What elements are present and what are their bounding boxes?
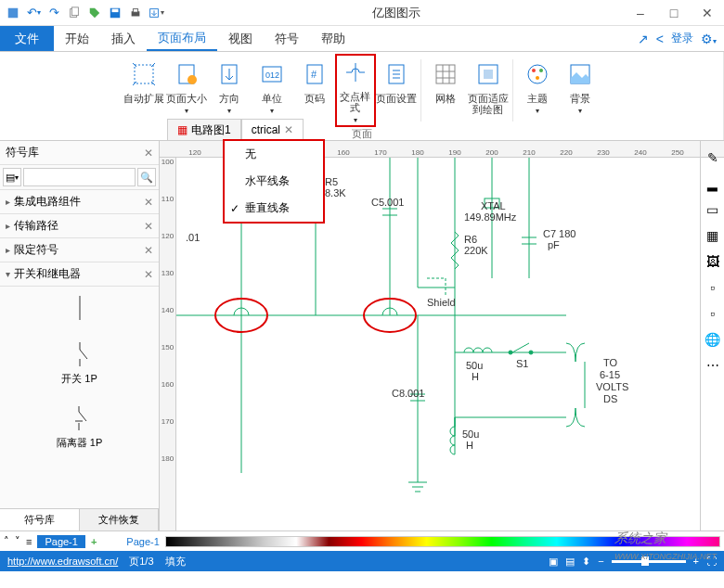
view-mode-1[interactable]: ▣ (549, 556, 558, 568)
dd-horizontal[interactable]: 水平线条 (225, 168, 323, 195)
rt-highlight-icon[interactable]: ▂ (704, 174, 722, 193)
doc-tab-1[interactable]: ▦电路图1 (167, 119, 241, 140)
qat-redo[interactable]: ↷ (45, 4, 63, 22)
svg-text:#: # (311, 69, 317, 80)
symbol-switch-short[interactable] (61, 294, 98, 322)
qat-copy[interactable] (65, 4, 84, 22)
ribbon-tabs: 文件 开始 插入 页面布局 视图 符号 帮助 ↗ < 登录 ⚙▾ (0, 26, 724, 52)
qat-undo[interactable]: ↶▾ (24, 4, 43, 22)
rt-globe-icon[interactable]: 🌐 (704, 330, 722, 349)
share-icon[interactable]: < (656, 32, 664, 46)
sb-btab-recover[interactable]: 文件恢复 (80, 509, 160, 530)
svg-line-31 (79, 412, 86, 421)
symbol-isolator-1p[interactable]: 隔离器 1P (57, 404, 103, 450)
qat-export[interactable]: ▾ (147, 4, 165, 22)
symbol-switch-1p[interactable]: 开关 1P (61, 340, 98, 386)
svg-text:pF: pF (548, 239, 560, 250)
login-link[interactable]: 登录 (671, 31, 693, 46)
rt-brush-icon[interactable]: ✎ (704, 148, 722, 167)
close-tab-icon[interactable]: ✕ (284, 123, 293, 136)
main: 符号库 ✕ ▤▾ 🔍 ▸集成电路组件✕ ▸传输路径✕ ▸限定符号✕ ▾开关和继电… (0, 141, 724, 530)
zoom-out[interactable]: − (598, 556, 603, 567)
svg-text:C7 180: C7 180 (543, 228, 575, 239)
ribbon-theme-button[interactable]: 主题▾ (517, 56, 558, 125)
page-tab-1[interactable]: Page-1 (37, 535, 84, 548)
status-url[interactable]: http://www.edrawsoft.cn/ (7, 556, 118, 567)
ribbon-size-button[interactable]: 页面大小▾ (166, 56, 207, 125)
lib-button[interactable]: ▤▾ (3, 168, 21, 186)
ribbon-unit-button[interactable]: 012单位▾ (252, 56, 292, 125)
ribbon-fit-button[interactable]: 页面适应到绘图 (468, 56, 509, 125)
search-input[interactable] (23, 168, 136, 186)
svg-text:S1: S1 (516, 358, 528, 369)
tab-start[interactable]: 开始 (54, 26, 100, 51)
ribbon-pagenum-button[interactable]: #页码 (294, 56, 335, 125)
sb-section-trans[interactable]: ▸传输路径✕ (0, 214, 159, 238)
qat-print[interactable] (126, 4, 145, 22)
svg-text:R6: R6 (464, 234, 477, 245)
color-palette[interactable] (165, 536, 720, 547)
sb-section-limit[interactable]: ▸限定符号✕ (0, 238, 159, 262)
rt-more-icon[interactable]: ⋯ (704, 356, 722, 375)
rt-image-icon[interactable]: 🖼 (704, 252, 722, 271)
page-nav-down[interactable]: ˅ (15, 535, 20, 547)
rt-page2-icon[interactable]: ▫ (704, 304, 722, 323)
svg-text:8.3K: 8.3K (325, 187, 346, 198)
qat-tag[interactable] (85, 4, 104, 22)
ribbon-orient-button[interactable]: 方向▾ (209, 56, 250, 125)
file-tab[interactable]: 文件 (0, 26, 54, 51)
v-ruler: 100110120130140150160170180 (160, 158, 176, 530)
dd-vertical[interactable]: ✓垂直线条 (225, 195, 323, 222)
settings-icon[interactable]: ⚙▾ (701, 32, 717, 46)
zoom-fit[interactable]: ⛶ (706, 556, 717, 567)
tab-insert[interactable]: 插入 (100, 26, 147, 51)
search-button[interactable]: 🔍 (137, 168, 156, 186)
tab-pagelayout[interactable]: 页面布局 (147, 26, 217, 51)
status-bar: http://www.edrawsoft.cn/ 页1/3 填充 ▣ ▤ ⬍ −… (0, 551, 724, 571)
max-button[interactable]: □ (657, 2, 691, 24)
doc-tab-2[interactable]: ctrical✕ (241, 119, 304, 140)
expand-icon (129, 59, 159, 89)
svg-text:R5: R5 (325, 176, 338, 187)
qat-app-icon[interactable] (4, 4, 22, 22)
rt-page-icon[interactable]: ▫ (704, 278, 722, 297)
sb-btab-lib[interactable]: 符号库 (0, 509, 80, 530)
tab-symbol[interactable]: 符号 (264, 26, 310, 51)
svg-rect-2 (71, 6, 78, 15)
svg-text:6-15: 6-15 (600, 369, 620, 380)
ribbon-pagesetup-button[interactable]: 页面设置 (376, 56, 417, 125)
svg-line-28 (80, 350, 87, 359)
sidebar-content: 开关 1P 隔离器 1P (0, 287, 159, 508)
rt-layers-icon[interactable]: ▦ (704, 226, 722, 245)
svg-point-24 (536, 76, 539, 80)
ribbon-bg-button[interactable]: 背景▾ (560, 56, 601, 125)
page-list-icon[interactable]: ≡ (26, 536, 32, 547)
view-mode-3[interactable]: ⬍ (582, 556, 590, 568)
dd-none[interactable]: 无 (225, 141, 323, 168)
zoom-slider[interactable] (612, 560, 686, 563)
app-title: 亿图图示 (169, 5, 624, 21)
orient-icon (214, 59, 244, 89)
tab-view[interactable]: 视图 (217, 26, 264, 51)
status-fill: 填充 (165, 555, 186, 569)
svg-point-10 (187, 75, 197, 84)
tab-help[interactable]: 帮助 (310, 26, 356, 51)
share-out-icon[interactable]: ↗ (638, 32, 649, 46)
svg-text:TO: TO (603, 357, 618, 368)
add-page-button[interactable]: + (91, 536, 97, 547)
zoom-in[interactable]: + (693, 556, 699, 567)
close-button[interactable]: ✕ (691, 2, 724, 24)
view-mode-2[interactable]: ▤ (565, 556, 575, 568)
sb-section-ic[interactable]: ▸集成电路组件✕ (0, 190, 159, 214)
page-nav-up[interactable]: ˄ (4, 535, 9, 547)
svg-rect-0 (8, 7, 19, 18)
ribbon-expand-button[interactable]: 自动扩展 (123, 56, 164, 125)
sb-section-switch[interactable]: ▾开关和继电器✕ (0, 262, 159, 287)
svg-text:VOLTS: VOLTS (596, 381, 628, 392)
ribbon-grid-button[interactable]: 网格 (425, 56, 466, 125)
sidebar-close-icon[interactable]: ✕ (144, 147, 153, 160)
qat-save[interactable] (106, 4, 124, 22)
min-button[interactable]: – (624, 2, 657, 24)
ribbon-cross-button[interactable]: 交点样式▾ (335, 54, 376, 127)
rt-shape-icon[interactable]: ▭ (704, 200, 722, 219)
